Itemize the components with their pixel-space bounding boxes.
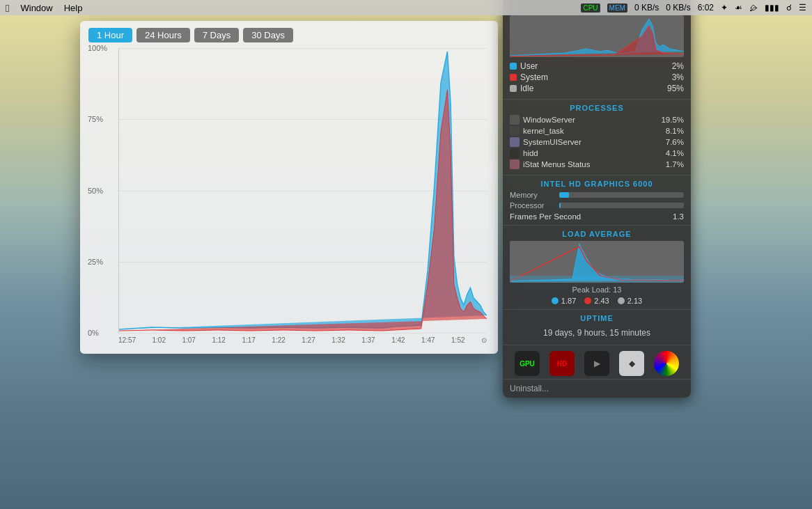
load-dot-0 (552, 297, 559, 304)
cpu-mini-graph (510, 15, 684, 57)
proc-icon-4 (510, 159, 520, 169)
label-0: 0% (88, 329, 99, 337)
proc-name-1: kernel_task (523, 127, 564, 135)
btn-7days[interactable]: 7 Days (194, 28, 239, 42)
proc-icon-3 (510, 148, 520, 158)
load-legend: 1.87 2.43 2.13 (510, 297, 684, 305)
uptime-title: UPTIME (510, 314, 684, 322)
proc-name-3: hidd (523, 149, 538, 157)
proc-row-0: WindowServer 19.5% (510, 115, 684, 125)
menubar-left:  Window Help (6, 2, 82, 14)
load-val-0: 1.87 (561, 297, 576, 305)
clock: 6:02 (698, 3, 714, 13)
label-25: 25% (88, 258, 103, 266)
proc-val-2: 7.6% (666, 138, 684, 146)
x-label-5: 1:22 (272, 336, 285, 344)
x-label-clock[interactable]: ⊙ (481, 336, 487, 344)
user-value: 2% (672, 61, 684, 71)
idle-color-dot (510, 85, 517, 92)
bottom-icon-0[interactable]: GPU (515, 351, 540, 376)
chart-grid: 100% 75% 50% 25% 0% (118, 48, 487, 334)
bottom-icon-4[interactable] (654, 351, 679, 376)
x-label-7: 1:32 (331, 336, 345, 344)
proc-name-0: WindowServer (523, 116, 575, 124)
gpu-processor-label: Processor (510, 201, 555, 210)
x-label-8: 1:37 (361, 336, 375, 344)
idle-label: Idle (520, 84, 533, 93)
proc-icon-2 (510, 137, 520, 147)
x-label-11: 1:52 (451, 336, 464, 344)
load-leg-2: 2.13 (618, 297, 642, 305)
proc-icon-1 (510, 126, 520, 136)
load-mini-graph (510, 241, 684, 283)
battery-icon: ▮▮▮ (765, 3, 779, 13)
label-50: 50% (88, 187, 103, 195)
proc-val-1: 8.1% (666, 127, 684, 135)
peak-load-label: Peak Load: 13 (510, 285, 684, 294)
gpu-title: INTEL HD GRAPHICS 6000 (510, 180, 684, 188)
bottom-icons-row: GPU HD ▶ ◆ (503, 345, 691, 379)
gpu-processor-row: Processor (510, 201, 684, 210)
menu-window[interactable]: Window (20, 3, 52, 13)
btn-30days[interactable]: 30 Days (243, 28, 293, 42)
menu-help[interactable]: Help (64, 3, 83, 13)
menubar:  Window Help CPU MEM 0 KB/s 0 KB/s 6:02… (0, 0, 812, 15)
label-75: 75% (88, 115, 103, 123)
proc-row-1: kernel_task 8.1% (510, 126, 684, 136)
proc-row-3: hidd 4.1% (510, 148, 684, 158)
processes-title: PROCESSES (510, 104, 684, 112)
bottom-icon-3[interactable]: ◆ (619, 351, 644, 376)
user-label: User (520, 61, 538, 71)
load-val-1: 2.43 (594, 297, 609, 305)
bottom-icon-1[interactable]: HD (549, 351, 575, 376)
cpu-system-row: System 3% (510, 72, 684, 82)
net-up: 0 KB/s (634, 3, 659, 13)
gpu-memory-track (559, 192, 684, 198)
fps-row: Frames Per Second 1.3 (510, 212, 684, 221)
proc-val-4: 1.7% (666, 160, 684, 169)
system-color-dot (510, 74, 517, 81)
x-label-9: 1:42 (391, 336, 405, 344)
x-axis-labels: 12:57 1:02 1:07 1:12 1:17 1:22 1:27 1:32… (118, 334, 487, 347)
proc-val-3: 4.1% (666, 149, 684, 157)
bottom-icon-2[interactable]: ▶ (584, 351, 609, 376)
btn-1hour[interactable]: 1 Hour (88, 28, 132, 42)
dropbox-icon: ✦ (721, 3, 728, 13)
apple-menu[interactable]:  (6, 2, 9, 14)
wifi-icon: ⌮ (749, 3, 758, 13)
proc-name-2: SystemUIServer (523, 138, 581, 146)
load-leg-1: 2.43 (584, 297, 609, 305)
x-label-2: 1:07 (182, 336, 195, 344)
list-icon[interactable]: ☰ (799, 3, 806, 13)
menubar-right: CPU MEM 0 KB/s 0 KB/s 6:02 ✦ ☙ ⌮ ▮▮▮ ☌ ☰ (581, 3, 806, 13)
load-val-2: 2.13 (627, 297, 642, 305)
x-label-6: 1:27 (302, 336, 315, 344)
gpu-memory-row: Memory (510, 191, 684, 199)
gpu-section: INTEL HD GRAPHICS 6000 Memory Processor … (503, 175, 691, 226)
x-label-10: 1:47 (421, 336, 435, 344)
butterfly-icon: ☙ (735, 3, 742, 13)
net-down: 0 KB/s (666, 3, 690, 13)
gpu-memory-label: Memory (510, 191, 555, 199)
proc-name-4: iStat Menus Status (523, 160, 591, 169)
proc-row-2: SystemUIServer 7.6% (510, 137, 684, 147)
proc-icon-0 (510, 115, 520, 125)
search-icon[interactable]: ☌ (786, 3, 792, 13)
istat-panel: CPU User 2% System 3% (503, 0, 691, 398)
processes-section: PROCESSES WindowServer 19.5% kernel_task… (503, 100, 691, 175)
gpu-processor-fill (559, 203, 561, 208)
fps-value: 1.3 (673, 212, 684, 221)
load-dot-2 (618, 297, 625, 304)
gpu-processor-track (559, 203, 684, 208)
btn-24hours[interactable]: 24 Hours (136, 28, 190, 42)
load-average-section: LOAD AVERAGE Peak Load: 13 1.87 2.43 (503, 226, 691, 310)
proc-val-0: 19.5% (661, 116, 684, 124)
x-label-4: 1:17 (242, 336, 255, 344)
uninstall-button[interactable]: Uninstall... (503, 379, 691, 398)
load-avg-title: LOAD AVERAGE (510, 230, 684, 238)
gpu-memory-fill (559, 192, 569, 198)
system-value: 3% (672, 72, 684, 82)
x-label-1: 1:02 (153, 336, 166, 344)
cpu-idle-row: Idle 95% (510, 84, 684, 93)
load-dot-1 (584, 297, 591, 304)
